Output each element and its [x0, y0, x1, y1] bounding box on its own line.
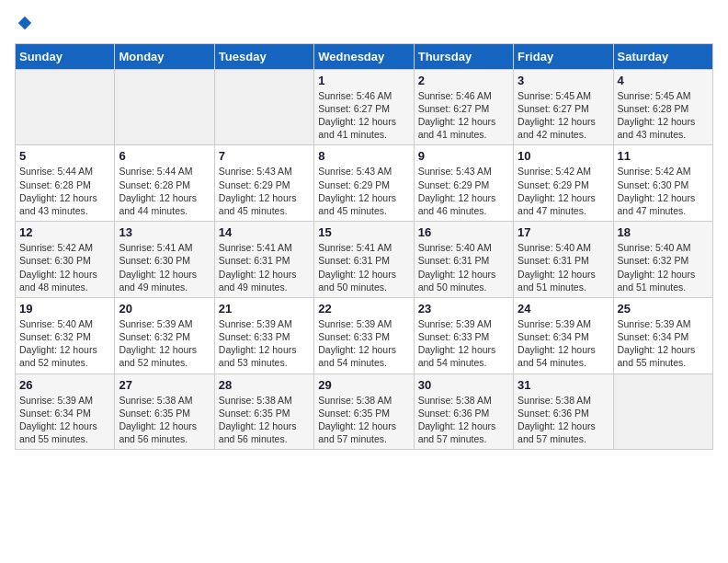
- day-info: Sunrise: 5:44 AM Sunset: 6:28 PM Dayligh…: [119, 165, 210, 217]
- day-number: 30: [418, 378, 509, 392]
- day-info: Sunrise: 5:44 AM Sunset: 6:28 PM Dayligh…: [19, 165, 110, 217]
- day-info: Sunrise: 5:43 AM Sunset: 6:29 PM Dayligh…: [318, 165, 409, 217]
- weekday-header: Saturday: [613, 43, 712, 69]
- calendar-cell: 7Sunrise: 5:43 AM Sunset: 6:29 PM Daylig…: [214, 145, 313, 222]
- day-number: 25: [618, 302, 709, 316]
- calendar-body: 1Sunrise: 5:46 AM Sunset: 6:27 PM Daylig…: [16, 69, 713, 449]
- day-number: 19: [19, 302, 110, 316]
- day-number: 5: [19, 149, 110, 163]
- day-info: Sunrise: 5:39 AM Sunset: 6:33 PM Dayligh…: [318, 317, 409, 370]
- day-number: 24: [518, 302, 609, 316]
- day-number: 2: [418, 74, 509, 87]
- weekday-header: Wednesday: [314, 43, 414, 69]
- day-number: 14: [219, 225, 310, 239]
- calendar-week-row: 1Sunrise: 5:46 AM Sunset: 6:27 PM Daylig…: [16, 69, 713, 145]
- day-number: 10: [518, 149, 609, 163]
- calendar-week-row: 26Sunrise: 5:39 AM Sunset: 6:34 PM Dayli…: [16, 373, 713, 450]
- calendar-cell: 4Sunrise: 5:45 AM Sunset: 6:28 PM Daylig…: [613, 69, 712, 145]
- day-number: 11: [618, 149, 709, 163]
- day-info: Sunrise: 5:40 AM Sunset: 6:32 PM Dayligh…: [19, 317, 110, 370]
- calendar-header: SundayMondayTuesdayWednesdayThursdayFrid…: [16, 43, 713, 69]
- calendar-cell: 8Sunrise: 5:43 AM Sunset: 6:29 PM Daylig…: [314, 145, 414, 222]
- day-info: Sunrise: 5:38 AM Sunset: 6:36 PM Dayligh…: [518, 394, 609, 446]
- calendar-cell: 2Sunrise: 5:46 AM Sunset: 6:27 PM Daylig…: [414, 69, 513, 145]
- day-info: Sunrise: 5:39 AM Sunset: 6:34 PM Dayligh…: [518, 317, 609, 370]
- day-number: 29: [318, 378, 409, 392]
- day-number: 13: [119, 225, 210, 239]
- calendar-cell: 31Sunrise: 5:38 AM Sunset: 6:36 PM Dayli…: [514, 373, 613, 450]
- calendar-cell: 10Sunrise: 5:42 AM Sunset: 6:29 PM Dayli…: [514, 145, 613, 222]
- day-info: Sunrise: 5:38 AM Sunset: 6:35 PM Dayligh…: [219, 394, 310, 446]
- day-info: Sunrise: 5:46 AM Sunset: 6:27 PM Dayligh…: [418, 89, 509, 142]
- calendar-week-row: 5Sunrise: 5:44 AM Sunset: 6:28 PM Daylig…: [16, 145, 713, 222]
- calendar-cell: 1Sunrise: 5:46 AM Sunset: 6:27 PM Daylig…: [314, 69, 414, 145]
- day-info: Sunrise: 5:43 AM Sunset: 6:29 PM Dayligh…: [418, 165, 509, 217]
- day-number: 12: [19, 225, 110, 239]
- calendar-cell: 12Sunrise: 5:42 AM Sunset: 6:30 PM Dayli…: [16, 222, 115, 298]
- calendar-cell: 28Sunrise: 5:38 AM Sunset: 6:35 PM Dayli…: [214, 373, 313, 450]
- logo-icon: [17, 15, 33, 31]
- calendar-cell: 20Sunrise: 5:39 AM Sunset: 6:32 PM Dayli…: [115, 297, 214, 373]
- day-info: Sunrise: 5:41 AM Sunset: 6:30 PM Dayligh…: [119, 241, 210, 293]
- page-header: [15, 15, 713, 36]
- calendar-cell: 5Sunrise: 5:44 AM Sunset: 6:28 PM Daylig…: [16, 145, 115, 222]
- weekday-header: Thursday: [414, 43, 513, 69]
- day-info: Sunrise: 5:40 AM Sunset: 6:31 PM Dayligh…: [418, 241, 509, 293]
- calendar-cell: 22Sunrise: 5:39 AM Sunset: 6:33 PM Dayli…: [314, 297, 414, 373]
- day-info: Sunrise: 5:41 AM Sunset: 6:31 PM Dayligh…: [219, 241, 310, 293]
- calendar-cell: 30Sunrise: 5:38 AM Sunset: 6:36 PM Dayli…: [414, 373, 513, 450]
- day-info: Sunrise: 5:46 AM Sunset: 6:27 PM Dayligh…: [318, 89, 409, 142]
- day-info: Sunrise: 5:39 AM Sunset: 6:33 PM Dayligh…: [418, 317, 509, 370]
- day-number: 7: [219, 149, 310, 163]
- calendar-cell: 17Sunrise: 5:40 AM Sunset: 6:31 PM Dayli…: [514, 222, 613, 298]
- day-number: 26: [19, 378, 110, 392]
- day-info: Sunrise: 5:39 AM Sunset: 6:33 PM Dayligh…: [219, 317, 310, 370]
- day-info: Sunrise: 5:39 AM Sunset: 6:32 PM Dayligh…: [119, 317, 210, 370]
- day-info: Sunrise: 5:39 AM Sunset: 6:34 PM Dayligh…: [19, 394, 110, 446]
- day-number: 22: [318, 302, 409, 316]
- day-number: 27: [119, 378, 210, 392]
- weekday-header: Friday: [514, 43, 613, 69]
- weekday-header: Sunday: [16, 43, 115, 69]
- calendar-cell: 26Sunrise: 5:39 AM Sunset: 6:34 PM Dayli…: [16, 373, 115, 450]
- day-number: 20: [119, 302, 210, 316]
- weekday-header: Tuesday: [214, 43, 313, 69]
- day-number: 28: [219, 378, 310, 392]
- day-info: Sunrise: 5:45 AM Sunset: 6:28 PM Dayligh…: [618, 89, 709, 142]
- day-info: Sunrise: 5:39 AM Sunset: 6:34 PM Dayligh…: [618, 317, 709, 370]
- calendar-cell: 25Sunrise: 5:39 AM Sunset: 6:34 PM Dayli…: [613, 297, 712, 373]
- day-info: Sunrise: 5:38 AM Sunset: 6:36 PM Dayligh…: [418, 394, 509, 446]
- day-number: 23: [418, 302, 509, 316]
- day-number: 8: [318, 149, 409, 163]
- calendar-cell: 13Sunrise: 5:41 AM Sunset: 6:30 PM Dayli…: [115, 222, 214, 298]
- calendar-cell: 29Sunrise: 5:38 AM Sunset: 6:35 PM Dayli…: [314, 373, 414, 450]
- calendar-week-row: 19Sunrise: 5:40 AM Sunset: 6:32 PM Dayli…: [16, 297, 713, 373]
- day-info: Sunrise: 5:42 AM Sunset: 6:29 PM Dayligh…: [518, 165, 609, 217]
- calendar-cell: 16Sunrise: 5:40 AM Sunset: 6:31 PM Dayli…: [414, 222, 513, 298]
- day-number: 18: [618, 225, 709, 239]
- day-number: 15: [318, 225, 409, 239]
- day-info: Sunrise: 5:40 AM Sunset: 6:32 PM Dayligh…: [618, 241, 709, 293]
- calendar-table: SundayMondayTuesdayWednesdayThursdayFrid…: [15, 43, 713, 450]
- day-number: 16: [418, 225, 509, 239]
- day-info: Sunrise: 5:42 AM Sunset: 6:30 PM Dayligh…: [19, 241, 110, 293]
- calendar-cell: 18Sunrise: 5:40 AM Sunset: 6:32 PM Dayli…: [613, 222, 712, 298]
- calendar-cell: [115, 69, 214, 145]
- day-number: 31: [518, 378, 609, 392]
- calendar-cell: 3Sunrise: 5:45 AM Sunset: 6:27 PM Daylig…: [514, 69, 613, 145]
- calendar-cell: 27Sunrise: 5:38 AM Sunset: 6:35 PM Dayli…: [115, 373, 214, 450]
- calendar-cell: 11Sunrise: 5:42 AM Sunset: 6:30 PM Dayli…: [613, 145, 712, 222]
- header-row: SundayMondayTuesdayWednesdayThursdayFrid…: [16, 43, 713, 69]
- day-info: Sunrise: 5:43 AM Sunset: 6:29 PM Dayligh…: [219, 165, 310, 217]
- day-number: 4: [618, 74, 709, 87]
- calendar-cell: [613, 373, 712, 450]
- logo: [15, 15, 33, 36]
- calendar-cell: 6Sunrise: 5:44 AM Sunset: 6:28 PM Daylig…: [115, 145, 214, 222]
- day-info: Sunrise: 5:45 AM Sunset: 6:27 PM Dayligh…: [518, 89, 609, 142]
- calendar-cell: 23Sunrise: 5:39 AM Sunset: 6:33 PM Dayli…: [414, 297, 513, 373]
- svg-marker-0: [18, 17, 31, 29]
- day-info: Sunrise: 5:42 AM Sunset: 6:30 PM Dayligh…: [618, 165, 709, 217]
- calendar-cell: 21Sunrise: 5:39 AM Sunset: 6:33 PM Dayli…: [214, 297, 313, 373]
- calendar-cell: [16, 69, 115, 145]
- day-number: 9: [418, 149, 509, 163]
